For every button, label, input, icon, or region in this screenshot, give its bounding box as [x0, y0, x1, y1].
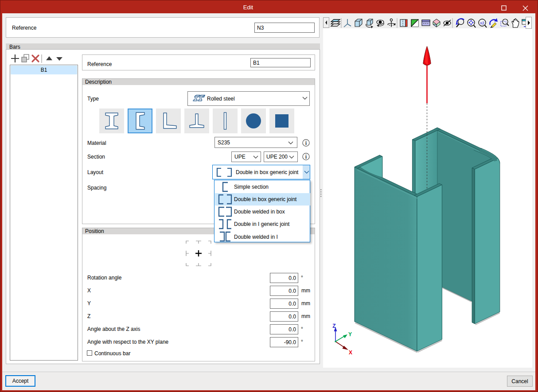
svg-text:i: i — [305, 154, 307, 160]
svg-text:Y: Y — [348, 331, 352, 338]
svg-text:x2: x2 — [480, 21, 484, 25]
svg-text:Z: Z — [332, 323, 335, 329]
svg-text:i: i — [305, 140, 307, 146]
svg-text:X: X — [349, 349, 352, 356]
